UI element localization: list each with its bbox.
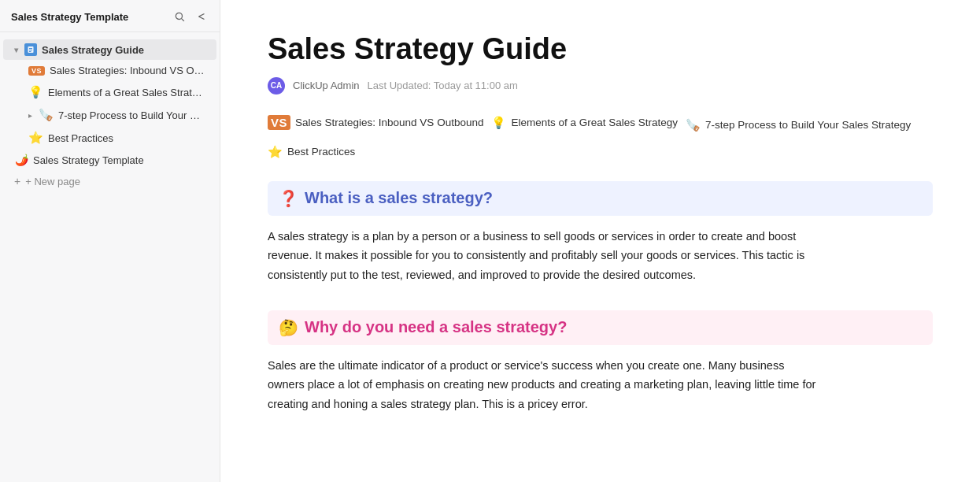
thinking-icon: 🤔 <box>279 318 298 337</box>
main-content: Sales Strategy Guide CA ClickUp Admin La… <box>220 0 980 482</box>
what-is-heading-text: What is a sales strategy? <box>305 189 493 207</box>
link-7step[interactable]: 🪚 7-step Process to Build Your Sales Str… <box>686 118 911 132</box>
sidebar-item-elements-label: Elements of a Great Sales Strate... <box>48 87 205 98</box>
link-elements-label: Elements of a Great Sales Strategy <box>511 117 678 128</box>
avatar: CA <box>268 77 285 95</box>
sidebar-item-sales-strategy-guide[interactable]: ▾ Sales Strategy Guide <box>3 39 216 60</box>
chevron-right-icon: ▸ <box>28 111 32 120</box>
new-page-label: + New page <box>25 176 80 187</box>
collapse-button[interactable] <box>194 9 209 24</box>
what-is-heading: ❓ What is a sales strategy? <box>268 181 933 216</box>
question-icon: ❓ <box>279 189 298 208</box>
chevron-down-icon: ▾ <box>14 46 18 54</box>
star-link-icon: ⭐ <box>268 145 283 159</box>
hammer-icon: 🪚 <box>39 108 54 122</box>
doc-meta: CA ClickUp Admin Last Updated: Today at … <box>268 77 933 95</box>
sidebar: Sales Strategy Template ▾ <box>0 0 220 482</box>
doc-author: ClickUp Admin <box>293 80 360 91</box>
sidebar-item-inbound-label: Sales Strategies: Inbound VS Ou... <box>50 65 205 76</box>
sidebar-item-best-practices[interactable]: ⭐ Best Practices <box>3 127 216 149</box>
new-page-button[interactable]: + + New page <box>3 171 216 191</box>
star-icon: ⭐ <box>28 131 43 145</box>
doc-links-bar: VS Sales Strategies: Inbound VS Outbound… <box>268 113 933 159</box>
sidebar-item-guide-label: Sales Strategy Guide <box>42 44 205 56</box>
sidebar-title: Sales Strategy Template <box>11 11 128 23</box>
what-is-body: A sales strategy is a plan by a person o… <box>268 227 819 285</box>
plus-icon: + <box>14 175 20 187</box>
search-icon <box>174 11 185 22</box>
sidebar-item-7step-label: 7-step Process to Build Your Sal... <box>58 109 205 121</box>
doc-last-updated: Last Updated: Today at 11:00 am <box>368 80 518 91</box>
what-is-section: ❓ What is a sales strategy? A sales stra… <box>268 181 933 285</box>
link-7step-label: 7-step Process to Build Your Sales Strat… <box>705 119 911 131</box>
svg-line-1 <box>182 19 184 21</box>
lightbulb-icon: 💡 <box>28 85 43 99</box>
sidebar-item-inbound-outbound[interactable]: VS Sales Strategies: Inbound VS Ou... <box>3 61 216 80</box>
svg-point-0 <box>176 13 182 19</box>
svg-line-3 <box>199 17 205 20</box>
collapse-icon <box>196 11 207 22</box>
link-best-practices-label: Best Practices <box>287 146 355 158</box>
doc-icon <box>24 43 37 56</box>
doc-title: Sales Strategy Guide <box>268 32 933 68</box>
why-heading-text: Why do you need a sales strategy? <box>305 318 567 336</box>
why-body: Sales are the ultimate indicator of a pr… <box>268 356 819 414</box>
search-button[interactable] <box>172 9 187 24</box>
why-heading: 🤔 Why do you need a sales strategy? <box>268 310 933 345</box>
why-section: 🤔 Why do you need a sales strategy? Sale… <box>268 310 933 414</box>
link-best-practices[interactable]: ⭐ Best Practices <box>268 145 355 159</box>
link-inbound-label: Sales Strategies: Inbound VS Outbound <box>295 117 483 128</box>
sidebar-header: Sales Strategy Template <box>0 0 220 32</box>
sidebar-header-icons <box>172 9 209 24</box>
sidebar-item-best-practices-label: Best Practices <box>48 132 205 144</box>
vs-badge-icon: VS <box>28 66 45 76</box>
sidebar-item-template-label: Sales Strategy Template <box>33 154 205 166</box>
link-inbound-outbound[interactable]: VS Sales Strategies: Inbound VS Outbound <box>268 113 483 132</box>
link-elements[interactable]: 💡 Elements of a Great Sales Strategy <box>491 113 678 132</box>
vs-badge-link-icon: VS <box>268 115 290 130</box>
doc-svg <box>27 46 35 54</box>
template-emoji-icon: 🌶️ <box>14 154 28 166</box>
svg-line-2 <box>199 14 205 17</box>
sidebar-item-7step[interactable]: ▸ 🪚 7-step Process to Build Your Sal... <box>3 104 216 126</box>
bulb-link-icon: 💡 <box>491 116 506 130</box>
sidebar-nav: ▾ Sales Strategy Guide VS Sales Strategi… <box>0 32 220 482</box>
sidebar-item-sales-template[interactable]: 🌶️ Sales Strategy Template <box>3 150 216 170</box>
hammer-link-icon: 🪚 <box>686 118 701 132</box>
avatar-initials: CA <box>271 81 282 90</box>
sidebar-item-elements[interactable]: 💡 Elements of a Great Sales Strate... <box>3 81 216 103</box>
